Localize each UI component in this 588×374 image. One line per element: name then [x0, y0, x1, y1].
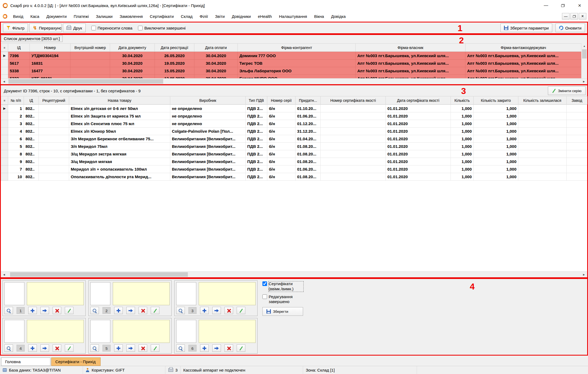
zoom-certificate-button[interactable] — [90, 344, 99, 352]
refresh-button[interactable]: Оновити — [555, 24, 585, 32]
horizontal-scroll-thumb[interactable] — [8, 79, 163, 84]
detail-row[interactable]: 6 802.. З/п Меридол Бережное отбеливание… — [1, 135, 587, 143]
detail-row[interactable]: ▶ 1 802.. Elmex з/п детская от 0-6 лет 5… — [1, 105, 587, 112]
certificate-preview[interactable] — [113, 282, 170, 305]
delete-certificate-button[interactable] — [53, 344, 61, 352]
detail-horizontal-scrollbar[interactable]: ◀ ▶ — [1, 271, 587, 277]
col-contractor[interactable]: Фірма-контрагент — [238, 44, 356, 52]
add-certificate-button[interactable] — [114, 307, 123, 314]
save-certificates-button[interactable]: Зберегти — [262, 307, 303, 316]
certificates-toggle-checkbox[interactable]: Сертифікати (ввімк./вимк.) — [262, 281, 311, 292]
col-vat-type[interactable]: Тип ПДВ — [246, 96, 267, 105]
menu-item-kasa[interactable]: Каса — [27, 12, 43, 21]
scroll-right-icon[interactable]: ▶ — [581, 272, 587, 277]
col-plant[interactable]: Завод — [567, 96, 587, 105]
open-certificate-button[interactable] — [126, 344, 135, 352]
scroll-up-icon[interactable]: ▲ — [581, 43, 587, 49]
certificate-preview[interactable] — [199, 320, 256, 343]
wrap-words-input[interactable] — [91, 26, 96, 30]
mdi-minimize-button[interactable]: — — [562, 13, 570, 19]
certificate-thumbnail[interactable] — [90, 320, 110, 343]
menu-item-sertyfikaty[interactable]: Сертифікати — [146, 12, 177, 21]
scroll-left-icon[interactable]: ◀ — [1, 79, 7, 84]
col-pay-date[interactable]: Дата оплати — [194, 44, 238, 52]
certificates-toggle-input[interactable] — [262, 281, 267, 286]
col-owner[interactable]: Фірма-власник — [356, 44, 465, 52]
open-certificate-button[interactable] — [40, 307, 49, 314]
menu-item-sklad[interactable]: Склад — [177, 12, 196, 21]
certificate-preview[interactable] — [27, 282, 84, 305]
edit-certificate-button[interactable] — [237, 307, 245, 314]
edit-certificate-button[interactable] — [151, 344, 159, 352]
change-series-button[interactable]: Змінити серію — [548, 86, 586, 95]
mdi-restore-button[interactable] — [570, 13, 578, 19]
scroll-left-icon[interactable]: ◀ — [1, 272, 7, 277]
menu-item-zalyshky[interactable]: Залишки — [92, 12, 116, 21]
vertical-scroll-thumb[interactable] — [582, 49, 587, 58]
editing-done-input[interactable] — [262, 294, 267, 299]
open-certificate-button[interactable] — [126, 307, 135, 314]
editing-done-checkbox[interactable]: Редагування завершено — [262, 294, 311, 305]
edit-certificate-button[interactable] — [65, 344, 73, 352]
zoom-certificate-button[interactable] — [4, 307, 13, 314]
delete-certificate-button[interactable] — [139, 307, 147, 314]
open-certificate-button[interactable] — [212, 307, 221, 314]
document-row[interactable]: 5617 16831 30.04.2020 19.05.2020 30.04.2… — [1, 60, 581, 67]
col-item-id[interactable]: ІД — [24, 96, 39, 105]
add-certificate-button[interactable] — [200, 307, 209, 314]
mdi-close-button[interactable]: × — [579, 13, 586, 19]
zoom-certificate-button[interactable] — [176, 307, 185, 314]
certificate-preview[interactable] — [199, 282, 256, 305]
zoom-certificate-button[interactable] — [90, 307, 99, 314]
detail-row[interactable]: 3 802.. Elmex з/п Сенситив плюс 75 мл не… — [1, 120, 587, 128]
wrap-words-checkbox[interactable]: Переносити слова — [91, 26, 133, 30]
exclude-completed-checkbox[interactable]: Виключити завершені — [138, 26, 185, 30]
certificate-thumbnail[interactable] — [176, 282, 196, 305]
recalculate-button[interactable]: ↯ Перерахунок — [29, 24, 62, 32]
certificate-preview[interactable] — [27, 320, 84, 343]
edit-certificate-button[interactable] — [151, 307, 159, 314]
delete-certificate-button[interactable] — [53, 307, 61, 314]
detail-row[interactable]: 8 802.. З/щ Меридол экстра мягкая Велико… — [1, 150, 587, 158]
col-line-no[interactable]: № п/п — [8, 96, 24, 105]
menu-item-nalashtuvannia[interactable]: Налаштування — [275, 12, 311, 21]
print-button[interactable]: Друк — [63, 24, 85, 32]
menu-item-vikna[interactable]: Вікна — [311, 12, 328, 21]
menu-item-platezhi[interactable]: Платежі — [70, 12, 92, 21]
open-certificate-button[interactable] — [40, 344, 49, 352]
certificate-thumbnail[interactable] — [176, 320, 196, 343]
filter-button[interactable]: Фільтр — [3, 24, 28, 32]
tab-certificates-receipt[interactable]: Сертифікати - Прихід — [51, 357, 101, 366]
col-cert-number[interactable]: Номер сертифіката якості — [321, 96, 386, 105]
save-params-button[interactable]: Зберегти параметри — [500, 24, 552, 32]
add-certificate-button[interactable] — [200, 344, 209, 352]
col-quantity[interactable]: Кількість — [451, 96, 474, 105]
delete-certificate-button[interactable] — [224, 344, 233, 352]
col-doc-date[interactable]: Дата документу — [110, 44, 155, 52]
detail-row[interactable]: 7 802.. Меридол з/п + ополаскиватель 100… — [1, 165, 587, 173]
restore-button[interactable] — [554, 0, 571, 11]
col-prescription[interactable]: Рецептурний — [39, 96, 69, 105]
col-quantity-left[interactable]: Кількість залишилася — [518, 96, 567, 105]
col-reg-date[interactable]: Дата реєстрації — [155, 44, 194, 52]
documents-vertical-scrollbar[interactable]: ▲ — [581, 43, 587, 78]
menu-item-dokumenty[interactable]: Документи — [43, 12, 70, 21]
add-certificate-button[interactable] — [28, 344, 37, 352]
menu-item-zamovlennia[interactable]: Замовлення — [116, 12, 146, 21]
col-consignee[interactable]: Фірма-вантажоодержувач — [465, 44, 581, 52]
delete-certificate-button[interactable] — [224, 307, 233, 314]
edit-certificate-button[interactable] — [65, 307, 73, 314]
detail-row[interactable]: 5 802.. З/п Меридол 75мл Великобритания … — [1, 143, 587, 150]
scroll-right-icon[interactable]: ▶ — [581, 79, 587, 84]
zoom-certificate-button[interactable] — [4, 344, 13, 352]
menu-item-filii[interactable]: Філії — [196, 12, 211, 21]
add-certificate-button[interactable] — [28, 307, 37, 314]
col-validity[interactable]: Придатн... — [295, 96, 321, 105]
certificate-thumbnail[interactable] — [4, 320, 24, 343]
horizontal-scroll-thumb[interactable] — [10, 272, 188, 277]
detail-row[interactable]: 2 802.. Elmex з/п Защита от кариеса 75 м… — [1, 112, 587, 120]
col-cert-date[interactable]: Дата сертифіката якості — [386, 96, 451, 105]
open-certificate-button[interactable] — [212, 344, 221, 352]
menu-item-vyhid[interactable]: Вихід — [9, 12, 27, 21]
detail-row[interactable]: 10 802.. Ополаскиватель д/полости рта Ме… — [1, 173, 587, 181]
